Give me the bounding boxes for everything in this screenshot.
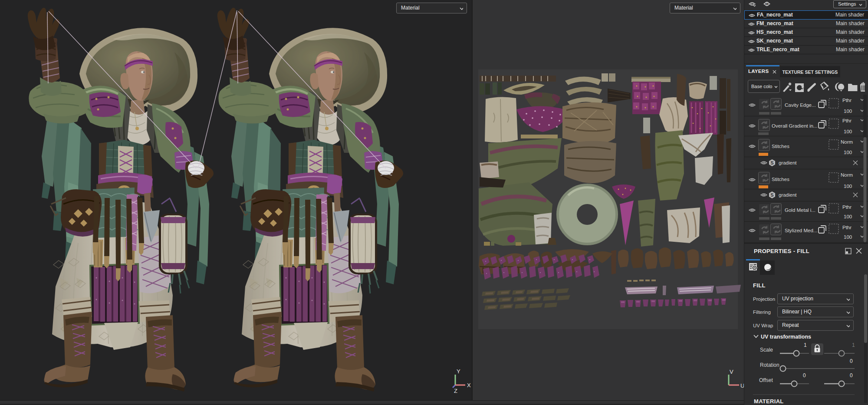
- svg-text:Offset: Offset: [759, 377, 773, 383]
- svg-text:Cavity Edge...: Cavity Edge...: [785, 102, 816, 108]
- svg-text:1: 1: [766, 2, 768, 6]
- svg-text:U: U: [740, 382, 744, 389]
- svg-text:Pthr: Pthr: [842, 204, 852, 210]
- svg-text:100: 100: [844, 150, 852, 155]
- svg-text:Y: Y: [457, 368, 460, 375]
- svg-text:1: 1: [852, 342, 855, 348]
- svg-text:Stitches: Stitches: [772, 177, 789, 182]
- svg-text:Stylized Med...: Stylized Med...: [785, 228, 817, 233]
- svg-text:V: V: [730, 369, 733, 375]
- svg-text:Pthr: Pthr: [842, 98, 852, 103]
- svg-text:Z: Z: [454, 388, 457, 394]
- svg-text:Overall Gradient in...: Overall Gradient in...: [772, 123, 817, 128]
- svg-text:Scale: Scale: [760, 347, 773, 353]
- svg-text:100: 100: [844, 214, 852, 219]
- svg-text:100: 100: [844, 129, 852, 134]
- svg-text:Pthr: Pthr: [842, 225, 852, 230]
- svg-text:gradient: gradient: [779, 192, 797, 198]
- svg-text:100: 100: [844, 109, 852, 114]
- svg-text:gradient: gradient: [779, 160, 797, 165]
- svg-text:1: 1: [804, 342, 807, 348]
- svg-text:0: 0: [850, 372, 853, 379]
- svg-text:0: 0: [850, 358, 853, 364]
- svg-text:100: 100: [844, 184, 852, 189]
- svg-text:100: 100: [844, 234, 852, 240]
- svg-text:Pthr: Pthr: [842, 118, 852, 123]
- svg-text:Gold Metal i...: Gold Metal i...: [785, 207, 815, 213]
- svg-text:X: X: [467, 382, 471, 389]
- svg-text:Norm: Norm: [841, 139, 853, 145]
- svg-text:Stitches: Stitches: [772, 144, 789, 149]
- svg-text:Rotation: Rotation: [760, 362, 779, 368]
- svg-text:Norm: Norm: [841, 172, 853, 178]
- svg-text:0: 0: [803, 372, 806, 379]
- svg-text:MATERIAL: MATERIAL: [754, 398, 784, 405]
